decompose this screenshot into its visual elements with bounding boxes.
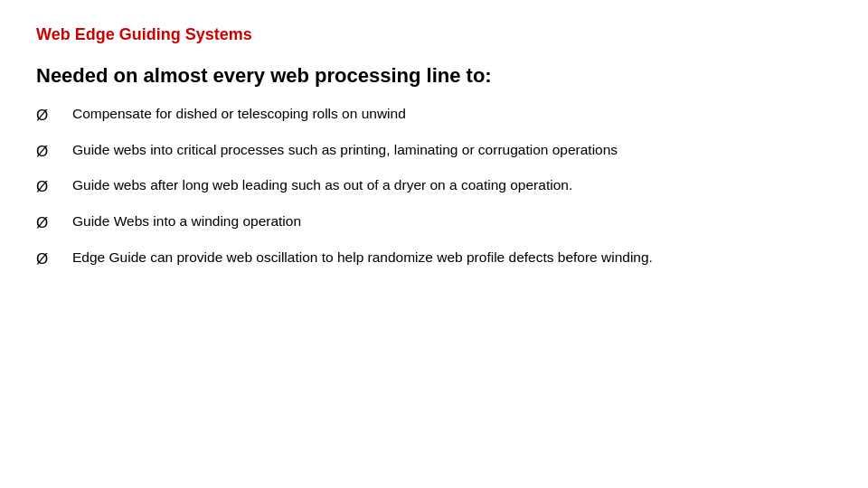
list-item: ØGuide Webs into a winding operation — [36, 211, 832, 235]
bullet-text: Guide Webs into a winding operation — [72, 211, 832, 231]
list-item: ØGuide webs into critical processes such… — [36, 140, 832, 164]
bullet-symbol: Ø — [36, 176, 56, 199]
list-item: ØEdge Guide can provide web oscillation … — [36, 248, 832, 271]
bullet-text: Compensate for dished or telescoping rol… — [72, 104, 832, 124]
bullet-text: Edge Guide can provide web oscillation t… — [72, 248, 832, 267]
page-title: Web Edge Guiding Systems — [36, 25, 832, 44]
page-container: Web Edge Guiding Systems Needed on almos… — [0, 0, 868, 488]
list-item: ØCompensate for dished or telescoping ro… — [36, 104, 832, 127]
list-item: ØGuide webs after long web leading such … — [36, 175, 832, 199]
bullet-list: ØCompensate for dished or telescoping ro… — [36, 104, 832, 270]
section-heading: Needed on almost every web processing li… — [36, 64, 832, 88]
bullet-symbol: Ø — [36, 105, 56, 127]
bullet-text: Guide webs into critical processes such … — [72, 140, 832, 160]
bullet-symbol: Ø — [36, 212, 56, 235]
bullet-symbol: Ø — [36, 141, 56, 164]
bullet-text: Guide webs after long web leading such a… — [72, 175, 832, 195]
bullet-symbol: Ø — [36, 249, 56, 271]
